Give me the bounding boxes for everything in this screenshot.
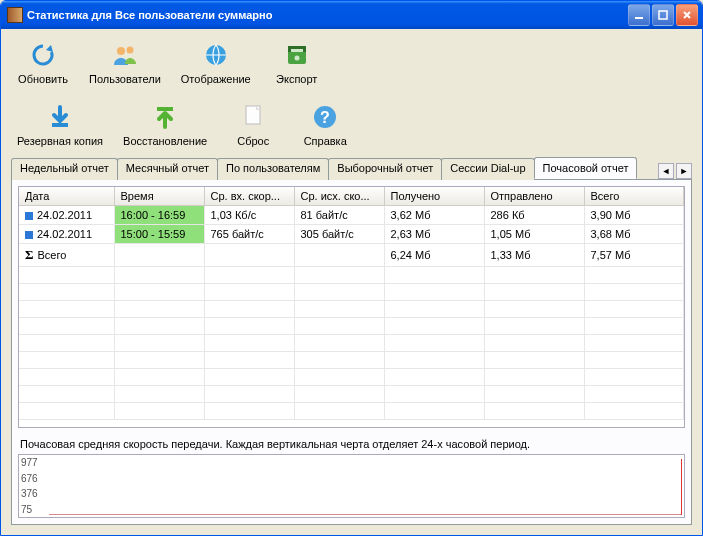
export-button[interactable]: Экспорт	[267, 37, 327, 87]
chart-ylabel: 977	[21, 457, 38, 468]
users-button[interactable]: Пользователи	[85, 37, 165, 87]
tabs-scroll-left[interactable]: ◄	[658, 163, 674, 179]
cell-sent: 1,05 Мб	[484, 225, 584, 244]
minimize-button[interactable]	[628, 4, 650, 26]
svg-rect-7	[291, 49, 303, 52]
chart-ylabel: 676	[21, 473, 38, 484]
tabs-scroll-right[interactable]: ►	[676, 163, 692, 179]
maximize-button[interactable]	[652, 4, 674, 26]
backup-icon	[44, 101, 76, 133]
export-icon	[281, 39, 313, 71]
cell-received: 2,63 Мб	[384, 225, 484, 244]
backup-label: Резервная копия	[17, 135, 103, 147]
col-sent[interactable]: Отправлено	[484, 187, 584, 206]
tab-panel: Дата Время Ср. вх. скор... Ср. исх. ско.…	[11, 179, 692, 525]
cell-avg-in: 1,03 Кб/с	[204, 206, 294, 225]
display-icon	[200, 39, 232, 71]
cell-total: 3,90 Мб	[584, 206, 684, 225]
help-icon: ?	[309, 101, 341, 133]
tab-custom[interactable]: Выборочный отчет	[328, 158, 442, 180]
app-icon	[7, 7, 23, 23]
reset-label: Сброс	[237, 135, 269, 147]
client-area: Обновить Пользователи Отображение Экспор…	[1, 29, 702, 535]
chart-ylabel: 376	[21, 488, 38, 499]
svg-text:?: ?	[320, 109, 330, 126]
backup-button[interactable]: Резервная копия	[13, 99, 107, 149]
refresh-button[interactable]: Обновить	[13, 37, 73, 87]
col-time[interactable]: Время	[114, 187, 204, 206]
help-button[interactable]: ? Справка	[295, 99, 355, 149]
col-total[interactable]: Всего	[584, 187, 684, 206]
tab-hourly[interactable]: Почасовой отчет	[534, 157, 638, 179]
cell-total-sent: 1,33 Мб	[484, 244, 584, 267]
tab-monthly[interactable]: Месячный отчет	[117, 158, 218, 180]
col-avg-in[interactable]: Ср. вх. скор...	[204, 187, 294, 206]
data-grid[interactable]: Дата Время Ср. вх. скор... Ср. исх. ско.…	[18, 186, 685, 428]
svg-point-8	[294, 56, 299, 61]
tab-dialup[interactable]: Сессии Dial-up	[441, 158, 534, 180]
svg-point-3	[126, 47, 133, 54]
refresh-icon	[27, 39, 59, 71]
restore-label: Восстановление	[123, 135, 207, 147]
display-label: Отображение	[181, 73, 251, 85]
restore-button[interactable]: Восстановление	[119, 99, 211, 149]
window-title: Статистика для Все пользователи суммарно	[27, 9, 628, 21]
titlebar: Статистика для Все пользователи суммарно	[1, 1, 702, 29]
users-label: Пользователи	[89, 73, 161, 85]
chart-baseline	[49, 514, 682, 515]
tab-by-user[interactable]: По пользователям	[217, 158, 329, 180]
cell-date: 24.02.2011	[37, 209, 92, 221]
cell-avg-out: 305 байт/с	[294, 225, 384, 244]
cell-time: 16:00 - 16:59	[114, 206, 204, 225]
cell-total-total: 7,57 Мб	[584, 244, 684, 267]
col-date[interactable]: Дата	[19, 187, 114, 206]
app-window: Статистика для Все пользователи суммарно…	[0, 0, 703, 536]
refresh-label: Обновить	[18, 73, 68, 85]
restore-icon	[149, 101, 181, 133]
row-marker-icon	[25, 212, 33, 220]
cell-date: 24.02.2011	[37, 228, 92, 240]
chart-spike	[681, 459, 682, 515]
tab-weekly[interactable]: Недельный отчет	[11, 158, 118, 180]
reset-icon	[237, 101, 269, 133]
svg-rect-0	[635, 17, 643, 19]
toolbar: Обновить Пользователи Отображение Экспор…	[11, 35, 692, 153]
cell-total-received: 6,24 Мб	[384, 244, 484, 267]
help-label: Справка	[304, 135, 347, 147]
table-row-total[interactable]: ΣВсего 6,24 Мб 1,33 Мб 7,57 Мб	[19, 244, 684, 267]
col-received[interactable]: Получено	[384, 187, 484, 206]
table-row[interactable]: 24.02.2011 15:00 - 15:59 765 байт/с 305 …	[19, 225, 684, 244]
cell-total: 3,68 Мб	[584, 225, 684, 244]
reset-button[interactable]: Сброс	[223, 99, 283, 149]
export-label: Экспорт	[276, 73, 317, 85]
users-icon	[109, 39, 141, 71]
speed-chart: 977 676 376 75	[18, 454, 685, 518]
tabs: Недельный отчет Месячный отчет По пользо…	[11, 157, 652, 179]
svg-rect-1	[659, 11, 667, 19]
svg-point-2	[117, 47, 125, 55]
cell-received: 3,62 Мб	[384, 206, 484, 225]
close-button[interactable]	[676, 4, 698, 26]
grid-header[interactable]: Дата Время Ср. вх. скор... Ср. исх. ско.…	[19, 187, 684, 206]
cell-avg-in: 765 байт/с	[204, 225, 294, 244]
col-avg-out[interactable]: Ср. исх. ско...	[294, 187, 384, 206]
cell-avg-out: 81 байт/с	[294, 206, 384, 225]
svg-rect-9	[52, 123, 68, 127]
chart-ylabel: 75	[21, 504, 38, 515]
display-button[interactable]: Отображение	[177, 37, 255, 87]
sigma-icon: Σ	[25, 247, 34, 262]
cell-sent: 286 Кб	[484, 206, 584, 225]
svg-rect-10	[157, 107, 173, 111]
cell-time: 15:00 - 15:59	[114, 225, 204, 244]
table-row[interactable]: 24.02.2011 16:00 - 16:59 1,03 Кб/с 81 ба…	[19, 206, 684, 225]
cell-total-label: Всего	[38, 249, 67, 261]
row-marker-icon	[25, 231, 33, 239]
chart-caption: Почасовая средняя скорость передачи. Каж…	[20, 438, 685, 450]
